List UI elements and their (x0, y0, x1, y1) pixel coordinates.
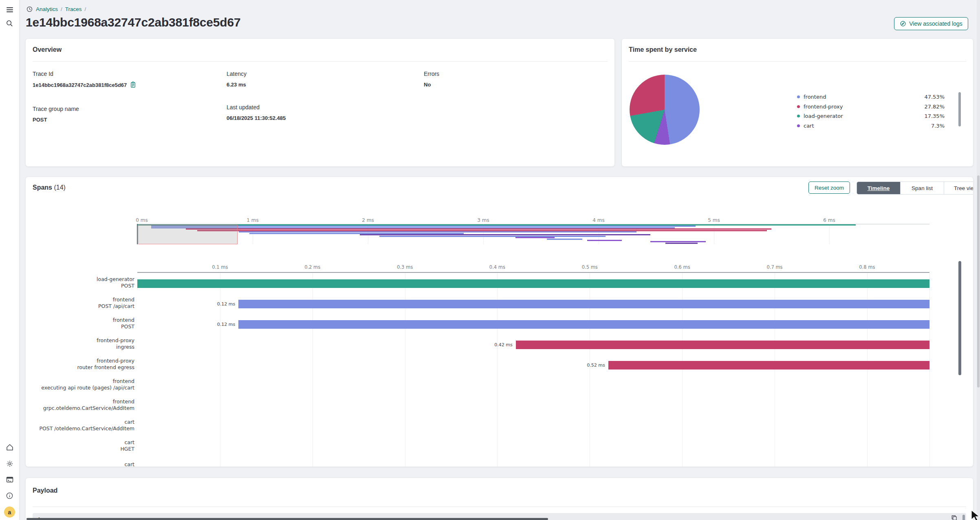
breadcrumb-traces[interactable]: Traces (65, 6, 82, 12)
field-label-trace-id: Trace Id (33, 71, 53, 77)
time-spent-pie-chart[interactable] (630, 75, 700, 145)
minimap-y-axis (137, 224, 138, 244)
legend-item-frontend[interactable]: frontend47.53% (797, 92, 953, 102)
legend-name: cart (804, 123, 814, 129)
span-row-label: frontendPOST /api/cart (26, 297, 134, 310)
legend-percent: 7.3% (931, 123, 945, 129)
settings-gear-icon[interactable] (6, 460, 14, 468)
avatar-letter: a (8, 509, 11, 516)
span-row-label: cartHGET (26, 439, 134, 452)
span-bar[interactable] (516, 341, 929, 349)
legend-scrollbar[interactable] (958, 92, 961, 126)
gantt-tick-label: 0.2 ms (304, 264, 320, 270)
minimap-zoom-selection[interactable] (138, 225, 238, 244)
span-duration-label: 0.52 ms (573, 363, 605, 368)
span-row-label: frontendexecuting api route (pages) /api… (26, 378, 134, 391)
legend-percent: 27.82% (924, 104, 945, 110)
legend-item-load-generator[interactable]: load-generator17.35% (797, 111, 953, 121)
user-avatar[interactable]: a (4, 507, 15, 518)
span-row-label: frontend-proxyingress (26, 337, 134, 350)
trace-detail-page: a Analytics / Traces / 1e14bbc1968a32747… (0, 0, 980, 520)
page-title: 1e14bbc1968a32747c2ab381f8ce5d67 (26, 15, 240, 29)
info-icon[interactable] (6, 492, 14, 500)
left-sidebar: a (0, 0, 20, 520)
minimap-span-line (587, 240, 622, 241)
field-label-last-updated: Last updated (227, 104, 260, 111)
overview-panel: Overview Trace Id1e14bbc1968a32747c2ab38… (26, 39, 614, 166)
dev-tools-icon[interactable] (6, 476, 14, 484)
legend-name: frontend-proxy (804, 104, 843, 110)
divider (629, 61, 966, 62)
span-duration-label: 0.42 ms (480, 342, 513, 347)
span-duration-label: 0.12 ms (203, 301, 235, 307)
divider (33, 507, 966, 507)
gantt-gridline (929, 273, 930, 467)
span-row-label: frontendgrpc.oteldemo.CartService/AddIte… (26, 398, 134, 412)
payload-vertical-scrollbar[interactable] (962, 515, 965, 520)
minimap-tick-label: 3 ms (477, 217, 489, 223)
payload-heading: Payload (33, 487, 57, 494)
time-spent-heading: Time spent by service (629, 46, 697, 53)
field-value-errors: No (424, 82, 431, 88)
time-spent-panel: Time spent by service frontend47.53%fron… (622, 39, 973, 166)
page-scrollbar-track[interactable] (977, 0, 980, 520)
span-row-label: cartPOST /oteldemo.CartService/AddItem (26, 419, 134, 432)
mouse-cursor (971, 510, 980, 520)
minimap-tick-label: 2 ms (362, 217, 374, 223)
minimap-tick-label: 1 ms (247, 217, 258, 223)
view-button-span-list[interactable]: Span list (900, 182, 944, 194)
spans-heading: Spans (14) (33, 184, 66, 191)
minimap-tick-label: 0 ms (136, 217, 148, 223)
field-value-last-updated: 06/18/2025 11:30:52.485 (227, 115, 286, 121)
breadcrumb-separator: / (85, 6, 86, 12)
view-button-tree-view[interactable]: Tree view (944, 182, 973, 194)
gantt-axis-line (137, 272, 929, 273)
span-row-label: frontend-proxyrouter frontend egress (26, 358, 134, 371)
view-associated-logs-button[interactable]: View associated logs (894, 17, 968, 30)
span-bar[interactable] (608, 361, 929, 370)
view-button-timeline[interactable]: Timeline (857, 182, 900, 194)
span-duration-label: 0.12 ms (203, 322, 235, 327)
home-icon[interactable] (6, 443, 14, 451)
menu-icon[interactable] (6, 6, 14, 14)
minimap-tick-label: 6 ms (823, 217, 835, 223)
spans-chart-scrollbar[interactable] (958, 261, 961, 375)
overview-heading: Overview (33, 46, 62, 53)
page-scrollbar-thumb[interactable] (977, 175, 980, 387)
breadcrumb-separator: / (61, 6, 62, 12)
span-row-label: load-generatorPOST (26, 276, 134, 289)
minimap-span-line (665, 243, 698, 244)
discover-compass-icon (900, 20, 906, 27)
copy-icon[interactable] (130, 82, 136, 88)
reset-zoom-button[interactable]: Reset zoom (808, 181, 850, 194)
gantt-tick-label: 0.8 ms (859, 264, 875, 270)
legend-dot (797, 95, 800, 98)
minimap-span-line (547, 239, 583, 240)
legend-percent: 17.35% (924, 113, 945, 119)
minimap-span-line (379, 236, 606, 237)
payload-panel: Payload [ (26, 478, 973, 520)
legend-dot (797, 124, 800, 127)
payload-horizontal-scrollbar[interactable] (26, 518, 548, 520)
span-bar[interactable] (238, 320, 929, 329)
breadcrumb-analytics[interactable]: Analytics (36, 6, 58, 12)
span-row-label: frontendPOST (26, 317, 134, 330)
legend-item-cart[interactable]: cart7.3% (797, 121, 953, 131)
gantt-tick-label: 0.7 ms (766, 264, 782, 270)
legend-name: frontend (804, 94, 826, 100)
legend-dot (797, 105, 800, 108)
copy-icon[interactable] (951, 515, 957, 520)
span-bar[interactable] (137, 279, 929, 288)
gantt-tick-label: 0.5 ms (582, 264, 598, 270)
span-bar[interactable] (238, 300, 929, 308)
field-value-latency: 6.23 ms (227, 82, 246, 88)
legend-name: load-generator (804, 113, 843, 119)
search-icon[interactable] (6, 20, 14, 28)
recent-history-icon (26, 6, 33, 13)
field-label-trace-group-name: Trace group name (33, 106, 79, 112)
field-label-errors: Errors (424, 71, 439, 77)
view-mode-button-group: TimelineSpan listTree view (857, 181, 973, 195)
minimap-gridline (829, 224, 830, 244)
field-value-trace-id: 1e14bbc1968a32747c2ab381f8ce5d67 (33, 82, 136, 88)
legend-item-frontend-proxy[interactable]: frontend-proxy27.82% (797, 102, 953, 111)
